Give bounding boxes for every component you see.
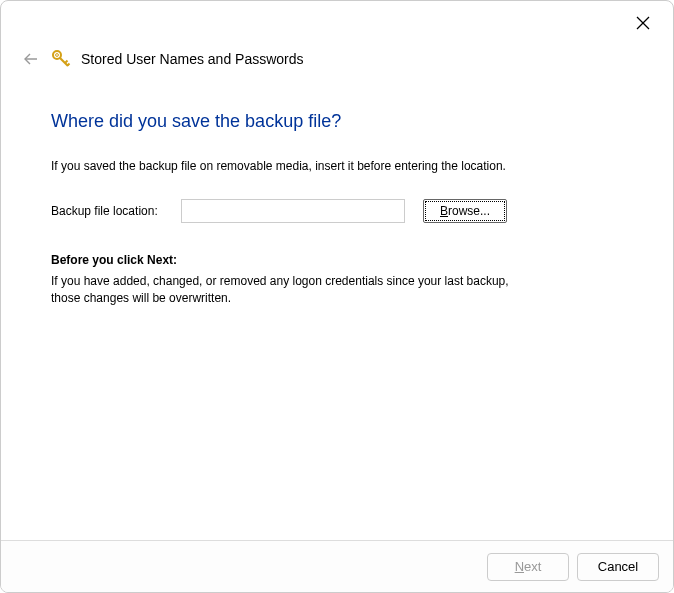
close-button[interactable] xyxy=(631,11,655,35)
next-button[interactable]: Next xyxy=(487,553,569,581)
cancel-button[interactable]: Cancel xyxy=(577,553,659,581)
file-location-label: Backup file location: xyxy=(51,204,163,218)
key-icon xyxy=(51,49,71,69)
svg-line-6 xyxy=(65,61,68,64)
svg-point-4 xyxy=(56,54,59,57)
browse-button[interactable]: Browse... xyxy=(423,199,507,223)
wizard-content: Where did you save the backup file? If y… xyxy=(1,69,673,306)
header-title: Stored User Names and Passwords xyxy=(81,51,304,67)
close-icon xyxy=(636,16,650,30)
warning-heading: Before you click Next: xyxy=(51,253,623,267)
back-button[interactable] xyxy=(21,49,41,69)
wizard-header: Stored User Names and Passwords xyxy=(1,1,673,69)
warning-text: If you have added, changed, or removed a… xyxy=(51,273,511,307)
svg-line-7 xyxy=(68,64,70,66)
back-arrow-icon xyxy=(23,51,39,67)
file-location-row: Backup file location: Browse... xyxy=(51,199,623,223)
file-location-input[interactable] xyxy=(181,199,405,223)
page-heading: Where did you save the backup file? xyxy=(51,111,623,132)
wizard-footer: Next Cancel xyxy=(1,540,673,592)
instruction-text: If you saved the backup file on removabl… xyxy=(51,158,511,175)
